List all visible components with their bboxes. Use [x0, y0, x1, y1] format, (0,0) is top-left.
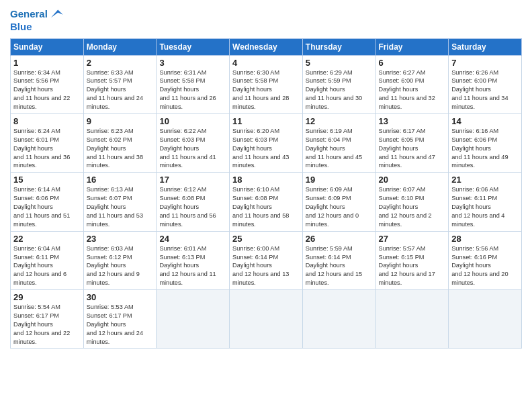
calendar-cell: 2 Sunrise: 6:33 AM Sunset: 5:57 PM Dayli…	[83, 55, 157, 113]
day-number: 7	[451, 58, 519, 68]
day-number: 3	[159, 58, 226, 68]
calendar-week-3: 22 Sunrise: 6:04 AM Sunset: 6:11 PM Dayl…	[11, 231, 522, 289]
day-info: Sunrise: 6:17 AM Sunset: 6:05 PM Dayligh…	[379, 127, 446, 170]
calendar-cell: 8 Sunrise: 6:24 AM Sunset: 6:01 PM Dayli…	[11, 113, 84, 172]
calendar-cell: 15 Sunrise: 6:14 AM Sunset: 6:06 PM Dayl…	[11, 173, 84, 231]
day-info: Sunrise: 5:57 AM Sunset: 6:15 PM Dayligh…	[379, 244, 446, 287]
calendar-cell: 24 Sunrise: 6:01 AM Sunset: 6:13 PM Dayl…	[157, 231, 230, 289]
day-info: Sunrise: 6:34 AM Sunset: 5:56 PM Dayligh…	[13, 68, 81, 111]
day-info: Sunrise: 6:13 AM Sunset: 6:07 PM Dayligh…	[87, 185, 154, 228]
day-number: 9	[87, 116, 154, 126]
calendar-cell: 13 Sunrise: 6:17 AM Sunset: 6:05 PM Dayl…	[375, 113, 449, 172]
calendar-week-2: 15 Sunrise: 6:14 AM Sunset: 6:06 PM Dayl…	[11, 173, 522, 231]
day-number: 28	[451, 234, 519, 244]
calendar-cell: 1 Sunrise: 6:34 AM Sunset: 5:56 PM Dayli…	[11, 55, 84, 113]
day-number: 5	[306, 58, 373, 68]
day-number: 23	[87, 234, 154, 244]
day-number: 14	[451, 116, 519, 126]
day-number: 6	[379, 58, 446, 68]
calendar-cell	[375, 290, 449, 349]
svg-marker-0	[51, 9, 63, 17]
calendar-cell: 9 Sunrise: 6:23 AM Sunset: 6:02 PM Dayli…	[83, 113, 157, 172]
day-info: Sunrise: 6:07 AM Sunset: 6:10 PM Dayligh…	[379, 185, 446, 228]
calendar-cell: 4 Sunrise: 6:30 AM Sunset: 5:58 PM Dayli…	[230, 55, 303, 113]
day-number: 26	[306, 234, 373, 244]
day-info: Sunrise: 6:27 AM Sunset: 6:00 PM Dayligh…	[379, 68, 446, 111]
day-number: 16	[87, 175, 154, 185]
day-number: 19	[306, 175, 373, 185]
calendar-cell: 27 Sunrise: 5:57 AM Sunset: 6:15 PM Dayl…	[375, 231, 449, 289]
day-info: Sunrise: 6:22 AM Sunset: 6:03 PM Dayligh…	[159, 127, 226, 170]
calendar-cell	[302, 290, 375, 349]
calendar-cell: 30 Sunrise: 5:53 AM Sunset: 6:17 PM Dayl…	[83, 290, 157, 349]
calendar-week-1: 8 Sunrise: 6:24 AM Sunset: 6:01 PM Dayli…	[11, 113, 522, 172]
calendar-cell: 28 Sunrise: 5:56 AM Sunset: 6:16 PM Dayl…	[449, 231, 522, 289]
day-number: 30	[87, 292, 154, 302]
day-info: Sunrise: 6:14 AM Sunset: 6:06 PM Dayligh…	[13, 185, 81, 228]
day-info: Sunrise: 6:26 AM Sunset: 6:00 PM Dayligh…	[451, 68, 519, 111]
day-info: Sunrise: 6:00 AM Sunset: 6:14 PM Dayligh…	[232, 244, 300, 287]
day-info: Sunrise: 6:16 AM Sunset: 6:06 PM Dayligh…	[451, 127, 519, 170]
col-monday: Monday	[83, 38, 157, 55]
day-info: Sunrise: 6:29 AM Sunset: 5:59 PM Dayligh…	[306, 68, 373, 111]
calendar-cell	[230, 290, 303, 349]
calendar-cell: 11 Sunrise: 6:20 AM Sunset: 6:03 PM Dayl…	[230, 113, 303, 172]
col-friday: Friday	[375, 38, 449, 55]
header: General Blue	[10, 7, 522, 33]
day-number: 13	[379, 116, 446, 126]
day-info: Sunrise: 6:30 AM Sunset: 5:58 PM Dayligh…	[232, 68, 300, 111]
day-number: 4	[232, 58, 300, 68]
day-number: 12	[306, 116, 373, 126]
day-info: Sunrise: 6:01 AM Sunset: 6:13 PM Dayligh…	[159, 244, 226, 287]
calendar-cell: 19 Sunrise: 6:09 AM Sunset: 6:09 PM Dayl…	[302, 173, 375, 231]
calendar-cell: 25 Sunrise: 6:00 AM Sunset: 6:14 PM Dayl…	[230, 231, 303, 289]
day-number: 18	[232, 175, 300, 185]
calendar-cell: 7 Sunrise: 6:26 AM Sunset: 6:00 PM Dayli…	[449, 55, 522, 113]
page: General Blue Sunday Monday Tuesday Wedne…	[0, 0, 532, 411]
day-number: 21	[451, 175, 519, 185]
calendar-cell: 22 Sunrise: 6:04 AM Sunset: 6:11 PM Dayl…	[11, 231, 84, 289]
day-info: Sunrise: 6:09 AM Sunset: 6:09 PM Dayligh…	[306, 185, 373, 228]
logo-icon	[49, 7, 64, 21]
col-wednesday: Wednesday	[230, 38, 303, 55]
day-info: Sunrise: 6:31 AM Sunset: 5:58 PM Dayligh…	[159, 68, 226, 111]
day-info: Sunrise: 6:23 AM Sunset: 6:02 PM Dayligh…	[87, 127, 154, 170]
day-number: 20	[379, 175, 446, 185]
day-number: 17	[159, 175, 226, 185]
day-number: 1	[13, 58, 81, 68]
calendar-cell: 3 Sunrise: 6:31 AM Sunset: 5:58 PM Dayli…	[157, 55, 230, 113]
calendar-cell: 20 Sunrise: 6:07 AM Sunset: 6:10 PM Dayl…	[375, 173, 449, 231]
calendar-cell: 14 Sunrise: 6:16 AM Sunset: 6:06 PM Dayl…	[449, 113, 522, 172]
calendar-cell: 5 Sunrise: 6:29 AM Sunset: 5:59 PM Dayli…	[302, 55, 375, 113]
day-info: Sunrise: 6:10 AM Sunset: 6:08 PM Dayligh…	[232, 185, 300, 228]
day-number: 22	[13, 234, 81, 244]
calendar-cell: 23 Sunrise: 6:03 AM Sunset: 6:12 PM Dayl…	[83, 231, 157, 289]
logo-text: General	[10, 9, 48, 20]
day-number: 29	[13, 292, 81, 302]
day-number: 27	[379, 234, 446, 244]
calendar-cell: 12 Sunrise: 6:19 AM Sunset: 6:04 PM Dayl…	[302, 113, 375, 172]
calendar-header-row: Sunday Monday Tuesday Wednesday Thursday…	[11, 38, 522, 55]
calendar-cell: 10 Sunrise: 6:22 AM Sunset: 6:03 PM Dayl…	[157, 113, 230, 172]
col-tuesday: Tuesday	[157, 38, 230, 55]
calendar-cell	[157, 290, 230, 349]
calendar-cell: 21 Sunrise: 6:06 AM Sunset: 6:11 PM Dayl…	[449, 173, 522, 231]
calendar-cell: 26 Sunrise: 5:59 AM Sunset: 6:14 PM Dayl…	[302, 231, 375, 289]
day-info: Sunrise: 6:04 AM Sunset: 6:11 PM Dayligh…	[13, 244, 81, 287]
day-info: Sunrise: 6:24 AM Sunset: 6:01 PM Dayligh…	[13, 127, 81, 170]
logo-text2: Blue	[10, 21, 64, 33]
day-info: Sunrise: 6:33 AM Sunset: 5:57 PM Dayligh…	[87, 68, 154, 111]
day-number: 15	[13, 175, 81, 185]
calendar: Sunday Monday Tuesday Wednesday Thursday…	[10, 38, 522, 349]
calendar-cell: 18 Sunrise: 6:10 AM Sunset: 6:08 PM Dayl…	[230, 173, 303, 231]
calendar-cell: 17 Sunrise: 6:12 AM Sunset: 6:08 PM Dayl…	[157, 173, 230, 231]
calendar-week-0: 1 Sunrise: 6:34 AM Sunset: 5:56 PM Dayli…	[11, 55, 522, 113]
calendar-cell: 29 Sunrise: 5:54 AM Sunset: 6:17 PM Dayl…	[11, 290, 84, 349]
col-saturday: Saturday	[449, 38, 522, 55]
day-info: Sunrise: 5:54 AM Sunset: 6:17 PM Dayligh…	[13, 303, 81, 346]
day-info: Sunrise: 6:20 AM Sunset: 6:03 PM Dayligh…	[232, 127, 300, 170]
logo: General Blue	[10, 7, 64, 33]
day-number: 25	[232, 234, 300, 244]
day-info: Sunrise: 5:53 AM Sunset: 6:17 PM Dayligh…	[87, 303, 154, 346]
day-info: Sunrise: 5:59 AM Sunset: 6:14 PM Dayligh…	[306, 244, 373, 287]
